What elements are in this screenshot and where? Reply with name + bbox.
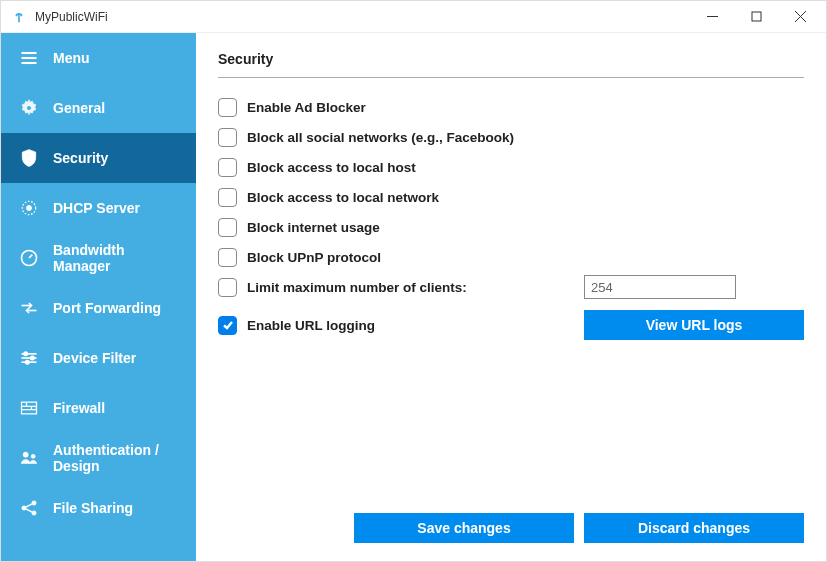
option-checkbox[interactable] (218, 128, 237, 147)
option-row: Block access to local host (218, 152, 804, 182)
limit-clients-input[interactable] (584, 275, 736, 299)
sidebar-item-firewall[interactable]: Firewall (1, 383, 196, 433)
save-button[interactable]: Save changes (354, 513, 574, 543)
option-checkbox[interactable] (218, 248, 237, 267)
limit-clients-row: Limit maximum number of clients: (218, 272, 804, 302)
option-label: Block all social networks (e.g., Faceboo… (247, 130, 514, 145)
svg-line-12 (29, 255, 32, 258)
sidebar-item-bandwidth-manager[interactable]: Bandwidth Manager (1, 233, 196, 283)
svg-point-8 (27, 106, 32, 111)
shield-icon (19, 148, 39, 168)
view-url-logs-button[interactable]: View URL logs (584, 310, 804, 340)
sidebar-item-general[interactable]: General (1, 83, 196, 133)
sidebar-item-file-sharing[interactable]: File Sharing (1, 483, 196, 533)
limit-clients-checkbox[interactable] (218, 278, 237, 297)
option-row: Block access to local network (218, 182, 804, 212)
option-checkbox[interactable] (218, 98, 237, 117)
sidebar-item-dhcp-server[interactable]: DHCP Server (1, 183, 196, 233)
url-logging-checkbox[interactable] (218, 316, 237, 335)
section-title: Security (218, 51, 804, 78)
option-row: Enable Ad Blocker (218, 92, 804, 122)
svg-rect-1 (752, 12, 761, 21)
main-panel: Security Enable Ad BlockerBlock all soci… (196, 33, 826, 561)
svg-point-16 (24, 352, 27, 355)
dhcp-icon (19, 198, 39, 218)
discard-button[interactable]: Discard changes (584, 513, 804, 543)
sidebar-item-label: DHCP Server (53, 200, 140, 216)
option-checkbox[interactable] (218, 188, 237, 207)
sidebar-item-label: File Sharing (53, 500, 133, 516)
option-row: Block internet usage (218, 212, 804, 242)
svg-point-25 (31, 454, 35, 458)
svg-rect-19 (22, 402, 37, 414)
svg-point-17 (31, 356, 34, 359)
window-controls (690, 2, 822, 32)
app-window: MyPublicWiFi MenuGeneralSecurityDHCP Ser… (0, 0, 827, 562)
sidebar-item-label: Port Forwarding (53, 300, 161, 316)
option-label: Block access to local host (247, 160, 416, 175)
sidebar: MenuGeneralSecurityDHCP ServerBandwidth … (1, 33, 196, 561)
sidebar-item-menu[interactable]: Menu (1, 33, 196, 83)
options-list: Enable Ad BlockerBlock all social networ… (218, 92, 804, 272)
sidebar-item-label: Bandwidth Manager (53, 242, 178, 274)
option-label: Block access to local network (247, 190, 439, 205)
sidebar-item-port-forwarding[interactable]: Port Forwarding (1, 283, 196, 333)
svg-point-24 (23, 452, 28, 457)
menu-icon (19, 48, 39, 68)
share-icon (19, 498, 39, 518)
url-logging-label: Enable URL logging (247, 318, 375, 333)
sidebar-item-label: Menu (53, 50, 90, 66)
sidebar-item-authentication-design[interactable]: Authentication / Design (1, 433, 196, 483)
minimize-button[interactable] (690, 2, 734, 32)
firewall-icon (19, 398, 39, 418)
svg-line-29 (26, 504, 33, 507)
option-row: Block UPnP protocol (218, 242, 804, 272)
sidebar-item-label: Authentication / Design (53, 442, 178, 474)
sidebar-item-security[interactable]: Security (1, 133, 196, 183)
limit-clients-label: Limit maximum number of clients: (247, 280, 467, 295)
option-checkbox[interactable] (218, 158, 237, 177)
sidebar-item-label: Security (53, 150, 108, 166)
sidebar-item-label: General (53, 100, 105, 116)
sidebar-item-label: Device Filter (53, 350, 136, 366)
sidebar-item-device-filter[interactable]: Device Filter (1, 333, 196, 383)
option-row: Block all social networks (e.g., Faceboo… (218, 122, 804, 152)
url-logging-row: Enable URL logging View URL logs (218, 310, 804, 340)
gauge-icon (19, 248, 39, 268)
footer-buttons: Save changes Discard changes (218, 513, 804, 543)
svg-point-18 (26, 361, 29, 364)
option-label: Block internet usage (247, 220, 380, 235)
sidebar-item-label: Firewall (53, 400, 105, 416)
svg-point-9 (27, 206, 32, 211)
close-button[interactable] (778, 2, 822, 32)
option-label: Block UPnP protocol (247, 250, 381, 265)
wifi-icon (11, 9, 27, 25)
option-label: Enable Ad Blocker (247, 100, 366, 115)
titlebar: MyPublicWiFi (1, 1, 826, 33)
svg-line-30 (26, 509, 33, 512)
port-icon (19, 298, 39, 318)
gear-icon (19, 98, 39, 118)
app-title: MyPublicWiFi (35, 10, 690, 24)
auth-icon (19, 448, 39, 468)
maximize-button[interactable] (734, 2, 778, 32)
option-checkbox[interactable] (218, 218, 237, 237)
filter-icon (19, 348, 39, 368)
